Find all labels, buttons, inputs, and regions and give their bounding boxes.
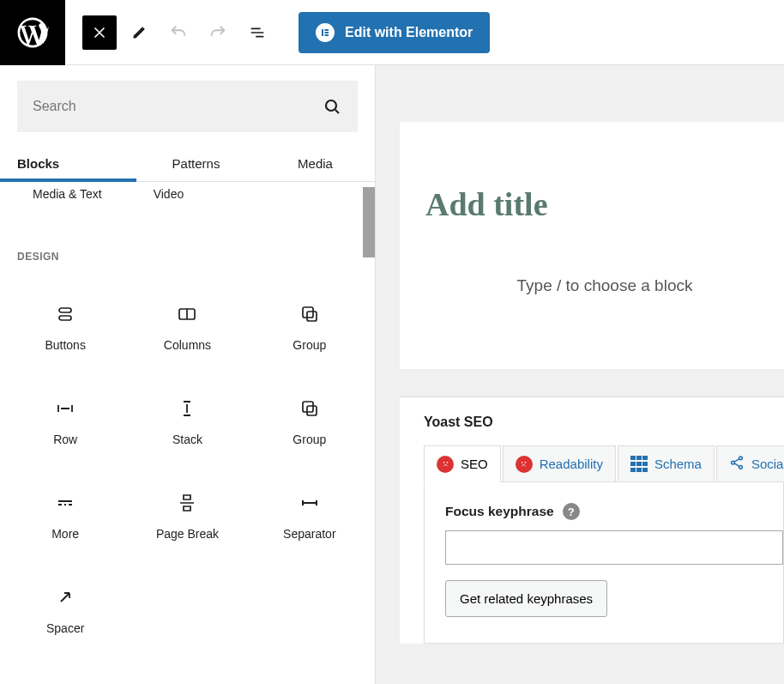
yoast-tab-seo[interactable]: SEO bbox=[424, 445, 501, 482]
svg-rect-6 bbox=[59, 316, 71, 320]
row-icon bbox=[53, 396, 77, 421]
stack-icon bbox=[175, 396, 199, 421]
svg-point-15 bbox=[525, 462, 527, 463]
top-toolbar: Edit with Elementor bbox=[0, 0, 784, 65]
svg-point-12 bbox=[443, 462, 444, 463]
svg-point-16 bbox=[739, 457, 743, 460]
more-icon bbox=[53, 491, 77, 515]
tab-blocks[interactable]: Blocks bbox=[0, 149, 136, 181]
post-title-input[interactable]: Add title bbox=[425, 185, 784, 223]
svg-rect-3 bbox=[325, 34, 329, 36]
yoast-tab-readability[interactable]: Readability bbox=[503, 445, 616, 482]
focus-keyphrase-label: Focus keyphrase ? bbox=[445, 503, 783, 520]
wordpress-icon bbox=[15, 15, 51, 51]
svg-rect-1 bbox=[325, 29, 329, 31]
svg-rect-9 bbox=[307, 312, 317, 321]
yoast-seo-panel: Yoast SEO SEO Readability Schema Social bbox=[400, 396, 784, 644]
block-columns[interactable]: Columns bbox=[130, 281, 244, 367]
spacer-icon bbox=[53, 585, 77, 609]
svg-point-4 bbox=[326, 100, 336, 111]
undo-icon bbox=[169, 23, 188, 42]
grid-icon bbox=[630, 456, 648, 473]
sad-face-icon bbox=[516, 456, 533, 473]
yoast-tab-schema[interactable]: Schema bbox=[618, 445, 715, 482]
share-icon bbox=[729, 455, 745, 473]
block-separator[interactable]: Separator bbox=[253, 470, 366, 556]
block-more[interactable]: More bbox=[9, 470, 122, 556]
block-inserter-panel: Blocks Patterns Media Media & Text Video… bbox=[0, 65, 376, 684]
block-video-label[interactable]: Video bbox=[154, 187, 184, 201]
redo-icon bbox=[208, 23, 227, 42]
list-view-icon bbox=[248, 23, 267, 42]
svg-point-13 bbox=[446, 462, 448, 463]
svg-point-18 bbox=[739, 465, 743, 469]
help-icon[interactable]: ? bbox=[563, 503, 580, 520]
svg-rect-0 bbox=[322, 29, 323, 36]
block-search[interactable] bbox=[17, 81, 358, 132]
yoast-tab-social[interactable]: Social bbox=[716, 445, 784, 482]
scrollbar-thumb[interactable] bbox=[363, 187, 375, 257]
buttons-icon bbox=[53, 302, 77, 326]
block-stack[interactable]: Stack bbox=[130, 376, 244, 462]
elementor-label: Edit with Elementor bbox=[345, 25, 473, 40]
yoast-panel-title: Yoast SEO bbox=[424, 415, 784, 430]
edit-button[interactable] bbox=[122, 15, 156, 50]
pencil-icon bbox=[130, 23, 148, 42]
edit-with-elementor-button[interactable]: Edit with Elementor bbox=[299, 12, 490, 53]
svg-rect-5 bbox=[59, 308, 71, 312]
document-overview-button[interactable] bbox=[240, 15, 274, 50]
tab-media[interactable]: Media bbox=[256, 149, 375, 181]
focus-keyphrase-input[interactable] bbox=[445, 530, 783, 565]
search-input[interactable] bbox=[33, 99, 322, 114]
search-icon bbox=[322, 96, 342, 117]
block-spacer[interactable]: Spacer bbox=[9, 565, 122, 651]
inserter-tabs: Blocks Patterns Media bbox=[0, 149, 375, 182]
block-buttons[interactable]: Buttons bbox=[9, 281, 122, 367]
svg-point-17 bbox=[732, 461, 735, 464]
get-related-keyphrases-button[interactable]: Get related keyphrases bbox=[445, 580, 607, 617]
svg-rect-2 bbox=[325, 32, 329, 33]
section-design-label: DESIGN bbox=[17, 251, 366, 263]
elementor-icon bbox=[316, 23, 335, 42]
wp-logo-button[interactable] bbox=[0, 0, 65, 65]
sad-face-icon bbox=[437, 456, 454, 473]
tab-patterns[interactable]: Patterns bbox=[136, 149, 256, 181]
separator-icon bbox=[298, 491, 322, 515]
inserter-scroll-area: Media & Text Video DESIGN Buttons Column… bbox=[0, 182, 375, 684]
columns-icon bbox=[175, 302, 199, 326]
block-media-text-label[interactable]: Media & Text bbox=[33, 187, 102, 201]
group-icon bbox=[298, 396, 322, 421]
redo-button[interactable] bbox=[201, 15, 235, 50]
svg-point-14 bbox=[522, 462, 523, 463]
editor-canvas[interactable]: Add title Type / to choose a block Yoast… bbox=[376, 65, 784, 684]
block-row[interactable]: Row bbox=[9, 376, 122, 462]
page-break-icon bbox=[175, 491, 199, 515]
close-icon bbox=[90, 23, 109, 42]
svg-rect-11 bbox=[307, 406, 317, 415]
block-group-2[interactable]: Group bbox=[253, 376, 366, 462]
undo-button[interactable] bbox=[161, 15, 196, 50]
close-inserter-button[interactable] bbox=[82, 15, 117, 50]
block-group[interactable]: Group bbox=[253, 281, 366, 367]
post-content-placeholder[interactable]: Type / to choose a block bbox=[400, 276, 784, 295]
block-page-break[interactable]: Page Break bbox=[130, 470, 244, 556]
group-icon bbox=[298, 302, 322, 326]
